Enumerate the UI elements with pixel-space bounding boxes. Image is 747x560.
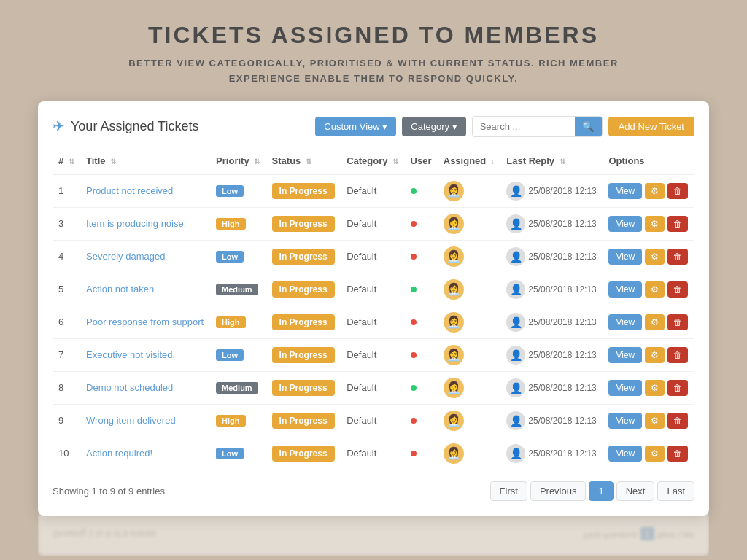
category-button[interactable]: Category ▾ — [402, 117, 465, 136]
col-title: Title ⇅ — [80, 148, 210, 174]
table-row: 8 Demo not scheduled Medium In Progress … — [53, 371, 694, 404]
blurred-next: Next — [657, 527, 676, 540]
assigned-area: 👩‍💼 — [444, 279, 495, 300]
options-area: View ⚙ 🗑 — [608, 446, 689, 462]
assigned-avatar: 👤 — [506, 313, 525, 332]
priority-badge: Medium — [216, 284, 258, 295]
table-row: 6 Poor response from support High In Pro… — [53, 306, 694, 338]
options-area: View ⚙ 🗑 — [608, 347, 689, 363]
view-button[interactable]: View — [608, 281, 642, 298]
ticket-link[interactable]: Executive not visited. — [86, 349, 175, 360]
priority-badge: Low — [216, 448, 244, 459]
search-input[interactable] — [473, 117, 575, 136]
delete-button[interactable]: 🗑 — [667, 413, 688, 429]
delete-button[interactable]: 🗑 — [667, 216, 688, 232]
user-avatar: 👩‍💼 — [444, 246, 464, 267]
pagination-first[interactable]: First — [490, 481, 527, 501]
view-button[interactable]: View — [608, 380, 642, 396]
send-icon: ✈ — [53, 117, 65, 135]
cell-category: Default — [341, 371, 404, 404]
cell-options: View ⚙ 🗑 — [603, 437, 694, 470]
cell-title: Poor response from support — [80, 306, 210, 338]
last-reply-time: 25/08/2018 12:13 — [528, 383, 596, 393]
delete-button[interactable]: 🗑 — [667, 183, 688, 199]
pagination: First Previous 1 Next Last — [490, 481, 694, 501]
col-options: Options — [603, 148, 694, 174]
add-new-ticket-button[interactable]: Add New Ticket — [608, 117, 694, 136]
ticket-link[interactable]: Poor response from support — [86, 316, 204, 327]
settings-button[interactable]: ⚙ — [645, 380, 665, 396]
cell-last-reply: 👤 25/08/2018 12:13 — [500, 174, 603, 208]
card-title-area: ✈ Your Assigned Tickets — [53, 117, 198, 135]
priority-badge: Medium — [216, 382, 258, 394]
ticket-link[interactable]: Product not received — [86, 185, 173, 196]
pagination-previous[interactable]: Previous — [530, 481, 587, 501]
last-reply-time: 25/08/2018 12:13 — [528, 448, 596, 459]
delete-button[interactable]: 🗑 — [667, 281, 688, 298]
ticket-link[interactable]: Wrong item delivered — [86, 415, 176, 426]
table-row: 4 Severely damaged Low In Progress Defau… — [53, 240, 694, 273]
delete-button[interactable]: 🗑 — [667, 314, 688, 330]
assigned-avatar: 👤 — [506, 247, 525, 266]
col-status: Status ⇅ — [266, 148, 341, 174]
delete-button[interactable]: 🗑 — [667, 446, 688, 462]
delete-button[interactable]: 🗑 — [667, 380, 688, 396]
cell-priority: Medium — [210, 273, 266, 306]
user-dot — [411, 319, 417, 325]
settings-button[interactable]: ⚙ — [645, 446, 665, 462]
last-reply-time: 25/08/2018 12:13 — [528, 350, 596, 360]
view-button[interactable]: View — [608, 216, 642, 232]
last-reply-area: 👤 25/08/2018 12:13 — [506, 280, 597, 299]
last-reply-time: 25/08/2018 12:13 — [528, 416, 596, 426]
settings-button[interactable]: ⚙ — [645, 413, 665, 429]
view-button[interactable]: View — [608, 249, 642, 265]
cell-last-reply: 👤 25/08/2018 12:13 — [500, 437, 603, 470]
blurred-last: Last — [678, 527, 694, 540]
page-subtitle: BETTER VIEW CATEGORICALLY, PRIORITISED &… — [118, 56, 629, 87]
cell-last-reply: 👤 25/08/2018 12:13 — [500, 273, 603, 306]
cell-category: Default — [341, 273, 404, 306]
settings-button[interactable]: ⚙ — [645, 216, 665, 232]
delete-button[interactable]: 🗑 — [667, 347, 688, 363]
view-button[interactable]: View — [608, 413, 642, 429]
status-badge: In Progress — [272, 380, 335, 396]
cell-user — [405, 338, 438, 371]
cell-assigned: 👩‍💼 — [438, 437, 501, 470]
ticket-link[interactable]: Demo not scheduled — [86, 382, 173, 393]
pagination-next[interactable]: Next — [616, 481, 655, 501]
last-reply-area: 👤 25/08/2018 12:13 — [506, 247, 597, 266]
ticket-link[interactable]: Item is producing noise. — [86, 218, 186, 229]
last-reply-time: 25/08/2018 12:13 — [528, 284, 596, 295]
cell-category: Default — [341, 338, 404, 371]
user-dot — [411, 221, 417, 227]
view-button[interactable]: View — [608, 314, 642, 330]
user-dot — [411, 254, 417, 260]
col-priority: Priority ⇅ — [210, 148, 266, 174]
ticket-link[interactable]: Severely damaged — [86, 251, 165, 262]
settings-button[interactable]: ⚙ — [645, 347, 665, 363]
last-reply-area: 👤 25/08/2018 12:13 — [506, 411, 597, 430]
settings-button[interactable]: ⚙ — [645, 314, 665, 330]
view-button[interactable]: View — [608, 183, 642, 199]
settings-button[interactable]: ⚙ — [645, 183, 665, 199]
assigned-area: 👩‍💼 — [444, 411, 495, 431]
pagination-current[interactable]: 1 — [589, 481, 613, 501]
cell-status: In Progress — [266, 207, 341, 240]
ticket-link[interactable]: Action required! — [86, 448, 152, 459]
assigned-area: 👩‍💼 — [444, 246, 495, 267]
settings-button[interactable]: ⚙ — [645, 281, 665, 298]
user-dot — [411, 287, 417, 292]
cell-category: Default — [341, 404, 404, 437]
search-button[interactable]: 🔍 — [575, 117, 602, 136]
view-button[interactable]: View — [608, 446, 642, 462]
user-avatar: 👩‍💼 — [444, 345, 464, 365]
cell-priority: Low — [210, 174, 266, 208]
table-footer: Showing 1 to 9 of 9 entries First Previo… — [53, 481, 694, 501]
ticket-link[interactable]: Action not taken — [86, 284, 154, 295]
delete-button[interactable]: 🗑 — [667, 249, 688, 265]
custom-view-button[interactable]: Custom View ▾ — [315, 117, 396, 136]
cell-user — [405, 404, 438, 437]
settings-button[interactable]: ⚙ — [645, 249, 665, 265]
pagination-last[interactable]: Last — [657, 481, 694, 501]
view-button[interactable]: View — [608, 347, 642, 363]
